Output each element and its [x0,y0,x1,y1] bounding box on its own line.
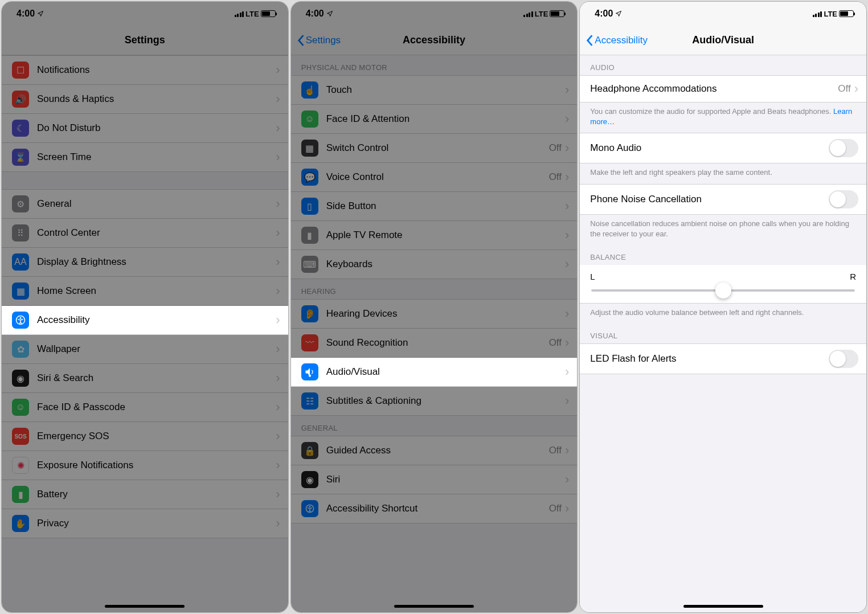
side-button-icon: ▯ [301,198,318,215]
row-mono-audio[interactable]: Mono Audio [580,133,866,163]
row-faceid[interactable]: ☺Face ID & Passcode› [2,393,288,422]
row-siri[interactable]: ◉Siri & Search› [2,364,288,393]
row-privacy[interactable]: ✋Privacy› [2,509,288,538]
chevron-icon: › [565,83,569,97]
carrier-label: LTE [535,10,548,18]
row-notifications[interactable]: ☐Notifications› [2,55,288,85]
siri-icon: ◉ [301,471,318,488]
row-sos[interactable]: SOSEmergency SOS› [2,422,288,451]
keyboard-icon: ⌨ [301,256,318,273]
status-bar: 4:00 LTE [291,2,578,26]
chevron-icon: › [276,458,280,473]
chevron-icon: › [276,371,280,386]
face-icon: ☺ [301,110,318,128]
balance-left-label: L [590,272,595,281]
chevron-icon: › [565,501,569,516]
text-size-icon: AA [12,253,29,271]
chevron-icon: › [565,228,569,243]
row-subtitles[interactable]: ☷Subtitles & Captioning› [291,387,578,416]
section-hearing: HEARING [291,279,578,299]
page-title: Audio/Visual [692,34,754,46]
row-faceid-attention[interactable]: ☺Face ID & Attention› [291,105,578,134]
audio-visual-list[interactable]: AUDIO Headphone Accommodations Off › You… [580,55,866,612]
grid-icon: ▦ [12,283,29,300]
section-general: GENERAL [291,416,578,436]
gear-icon: ⚙ [12,195,29,212]
home-indicator[interactable] [394,605,474,608]
accessibility-list[interactable]: PHYSICAL AND MOTOR ☝Touch› ☺Face ID & At… [291,55,578,612]
row-battery[interactable]: ▮Battery› [2,480,288,509]
row-screentime[interactable]: ⌛Screen Time› [2,143,288,172]
row-control-center[interactable]: ⠿Control Center› [2,219,288,248]
home-indicator[interactable] [683,605,763,608]
row-noise-cancellation[interactable]: Phone Noise Cancellation [580,184,866,215]
row-wallpaper[interactable]: ✿Wallpaper› [2,335,288,364]
signal-icon [235,10,244,17]
back-button[interactable]: Accessibility [586,26,648,55]
row-sound-recognition[interactable]: 〰Sound RecognitionOff› [291,329,578,358]
chevron-icon: › [565,394,569,408]
home-indicator[interactable] [105,605,185,608]
chevron-icon: › [565,335,569,350]
row-general[interactable]: ⚙General› [2,189,288,219]
row-guided-access[interactable]: 🔒Guided AccessOff› [291,436,578,465]
mono-audio-toggle[interactable] [829,139,858,157]
back-button[interactable]: Settings [297,26,341,55]
chevron-icon: › [854,81,858,96]
sos-icon: SOS [12,428,29,445]
chevron-icon: › [565,365,569,379]
row-display[interactable]: AADisplay & Brightness› [2,248,288,277]
waveform-icon: 〰 [301,334,318,351]
row-led-flash[interactable]: LED Flash for Alerts [580,343,866,374]
section-physical: PHYSICAL AND MOTOR [291,55,578,75]
row-accessibility[interactable]: Accessibility› [2,306,288,335]
row-voice-control[interactable]: 💬Voice ControlOff› [291,163,578,192]
battery-icon [261,10,276,17]
headphone-footer: You can customize the audio for supporte… [580,103,866,133]
chevron-icon: › [276,429,280,444]
led-flash-toggle[interactable] [829,350,858,368]
navbar: Settings Accessibility [291,26,578,55]
row-side-button[interactable]: ▯Side Button› [291,192,578,221]
signal-icon [523,10,533,17]
row-audio-visual[interactable]: Audio/Visual› [291,358,578,387]
noise-footer: Noise cancellation reduces ambient noise… [580,215,866,245]
switch-icon: ▦ [301,140,318,157]
row-touch[interactable]: ☝Touch› [291,75,578,105]
hourglass-icon: ⌛ [12,149,29,166]
slider-thumb[interactable] [715,283,731,298]
screen-audio-visual: 4:00 LTE Accessibility Audio/Visual AUDI… [579,1,867,613]
moon-icon: ☾ [12,120,29,137]
row-siri[interactable]: ◉Siri› [291,465,578,494]
row-sounds[interactable]: 🔊Sounds & Haptics› [2,85,288,114]
status-time: 4:00 [595,9,613,19]
row-home-screen[interactable]: ▦Home Screen› [2,277,288,306]
notifications-icon: ☐ [12,62,29,79]
row-switch-control[interactable]: ▦Switch ControlOff› [291,134,578,163]
svg-point-1 [20,317,22,319]
chevron-left-icon [586,34,593,47]
audio-visual-icon [301,363,318,380]
balance-control: L R [580,265,866,304]
battery-icon [550,10,564,17]
row-keyboards[interactable]: ⌨Keyboards› [291,250,578,279]
siri-icon: ◉ [12,370,29,387]
faceid-icon: ☺ [12,399,29,416]
row-headphone-accommodations[interactable]: Headphone Accommodations Off › [580,75,866,103]
exposure-icon: ✺ [12,457,29,474]
row-hearing-devices[interactable]: 👂Hearing Devices› [291,299,578,329]
row-dnd[interactable]: ☾Do Not Disturb› [2,114,288,143]
location-icon [37,10,44,17]
settings-list[interactable]: ☐Notifications› 🔊Sounds & Haptics› ☾Do N… [2,55,288,612]
row-shortcut[interactable]: Accessibility ShortcutOff› [291,494,578,523]
battery-row-icon: ▮ [12,486,29,503]
noise-cancel-toggle[interactable] [829,190,858,208]
row-apple-tv[interactable]: ▮Apple TV Remote› [291,221,578,250]
chevron-icon: › [565,199,569,214]
balance-slider[interactable] [591,289,855,292]
chevron-icon: › [565,257,569,272]
page-title: Settings [125,34,165,46]
row-exposure[interactable]: ✺Exposure Notifications› [2,451,288,480]
chevron-icon: › [276,63,280,77]
screen-accessibility: 4:00 LTE Settings Accessibility PHYSICAL… [290,1,578,613]
